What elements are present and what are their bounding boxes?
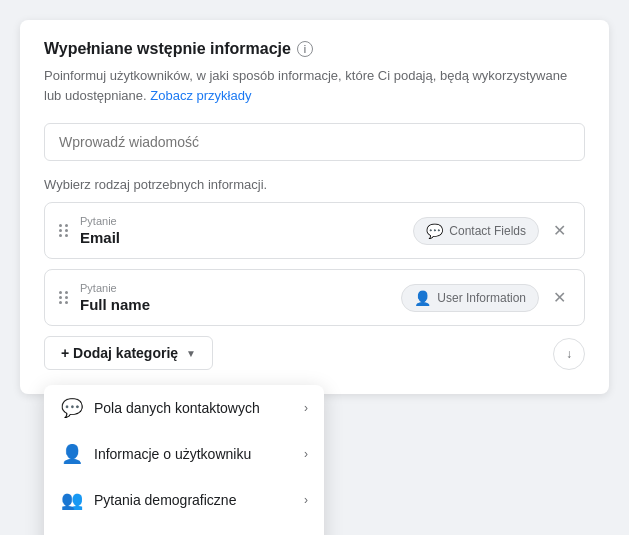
main-card: Wypełniane wstępnie informacje i Poinfor… xyxy=(20,20,609,394)
question-value-1: Full name xyxy=(80,296,150,313)
drag-handle-0[interactable] xyxy=(59,224,68,237)
dropdown-item-0[interactable]: 💬 Pola danych kontaktowych › xyxy=(44,385,324,431)
title-text: Wypełniane wstępnie informacje xyxy=(44,40,291,58)
dropdown-item-2[interactable]: 👥 Pytania demograficzne › xyxy=(44,477,324,523)
dropdown-item-chevron-2: › xyxy=(304,493,308,507)
dropdown-item-left-2: 👥 Pytania demograficzne xyxy=(60,489,236,511)
badge-icon-0: 💬 xyxy=(426,223,443,239)
dropdown-item-label-1: Informacje o użytkowniku xyxy=(94,446,251,462)
badge-icon-1: 👤 xyxy=(414,290,431,306)
description-text: Poinformuj użytkowników, w jaki sposób i… xyxy=(44,66,585,105)
question-list: Pytanie Email 💬 Contact Fields ✕ xyxy=(44,202,585,326)
question-text-block-1: Pytanie Full name xyxy=(80,282,150,313)
question-left-1: Pytanie Full name xyxy=(59,282,150,313)
dropdown-item-icon-1: 👤 xyxy=(60,443,84,465)
section-label: Wybierz rodzaj potrzebnych informacji. xyxy=(44,177,585,192)
question-label-0: Pytanie xyxy=(80,215,120,227)
question-right-1: 👤 User Information ✕ xyxy=(401,284,570,312)
dropdown-menu: 💬 Pola danych kontaktowych › 👤 Informacj… xyxy=(44,385,324,535)
question-badge-1[interactable]: 👤 User Information xyxy=(401,284,539,312)
dropdown-item-chevron-1: › xyxy=(304,447,308,461)
dropdown-items-list: 💬 Pola danych kontaktowych › 👤 Informacj… xyxy=(44,385,324,535)
dropdown-item-1[interactable]: 👤 Informacje o użytkowniku › xyxy=(44,431,324,477)
dropdown-item-left-0: 💬 Pola danych kontaktowych xyxy=(60,397,260,419)
dropdown-arrow-icon: ▼ xyxy=(186,348,196,359)
section-title: Wypełniane wstępnie informacje i xyxy=(44,40,585,58)
dropdown-item-chevron-0: › xyxy=(304,401,308,415)
question-badge-0[interactable]: 💬 Contact Fields xyxy=(413,217,539,245)
see-examples-link[interactable]: Zobacz przykłady xyxy=(150,88,251,103)
question-right-0: 💬 Contact Fields ✕ xyxy=(413,217,570,245)
dropdown-item-icon-0: 💬 xyxy=(60,397,84,419)
dropdown-item-icon-2: 👥 xyxy=(60,489,84,511)
dropdown-item-left-1: 👤 Informacje o użytkowniku xyxy=(60,443,251,465)
message-input[interactable] xyxy=(44,123,585,161)
dropdown-item-label-2: Pytania demograficzne xyxy=(94,492,236,508)
title-info-icon[interactable]: i xyxy=(297,41,313,57)
question-row: Pytanie Full name 👤 User Information ✕ xyxy=(44,269,585,326)
remove-question-button-0[interactable]: ✕ xyxy=(549,221,570,241)
scroll-down-button[interactable]: ↓ xyxy=(553,338,585,370)
dropdown-item-label-0: Pola danych kontaktowych xyxy=(94,400,260,416)
remove-question-button-1[interactable]: ✕ xyxy=(549,288,570,308)
question-left-0: Pytanie Email xyxy=(59,215,120,246)
badge-text-0: Contact Fields xyxy=(449,224,526,238)
add-category-button[interactable]: + Dodaj kategorię ▼ xyxy=(44,336,213,370)
scroll-indicator: ↓ xyxy=(553,338,585,370)
drag-handle-1[interactable] xyxy=(59,291,68,304)
question-text-block-0: Pytanie Email xyxy=(80,215,120,246)
question-label-1: Pytanie xyxy=(80,282,150,294)
question-value-0: Email xyxy=(80,229,120,246)
dropdown-item-3[interactable]: 💼 Informacje o pracy › xyxy=(44,523,324,535)
question-row: Pytanie Email 💬 Contact Fields ✕ xyxy=(44,202,585,259)
badge-text-1: User Information xyxy=(437,291,526,305)
